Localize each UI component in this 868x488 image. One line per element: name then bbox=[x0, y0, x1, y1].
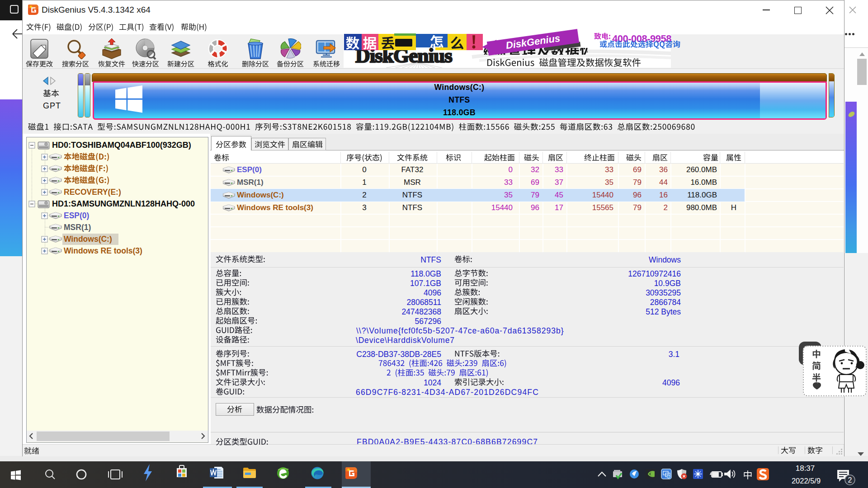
svg-text:2: 2 bbox=[848, 476, 852, 484]
